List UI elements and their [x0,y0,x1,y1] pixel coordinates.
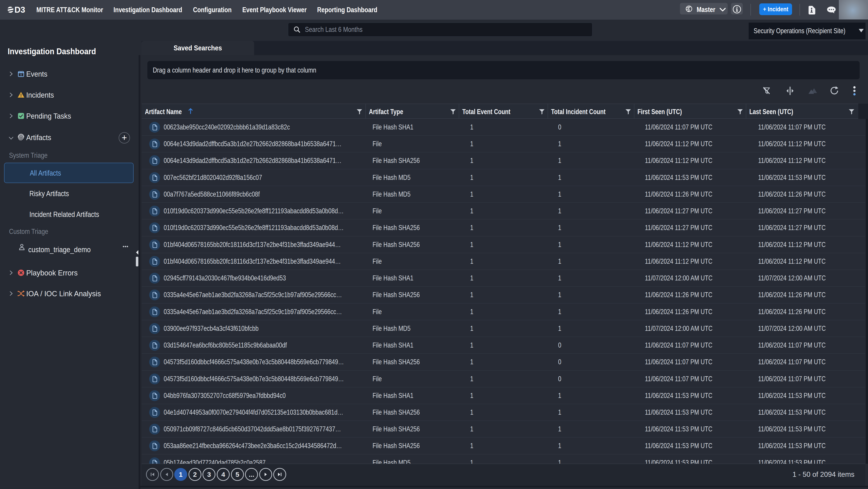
svg-text:D3: D3 [14,6,25,13]
